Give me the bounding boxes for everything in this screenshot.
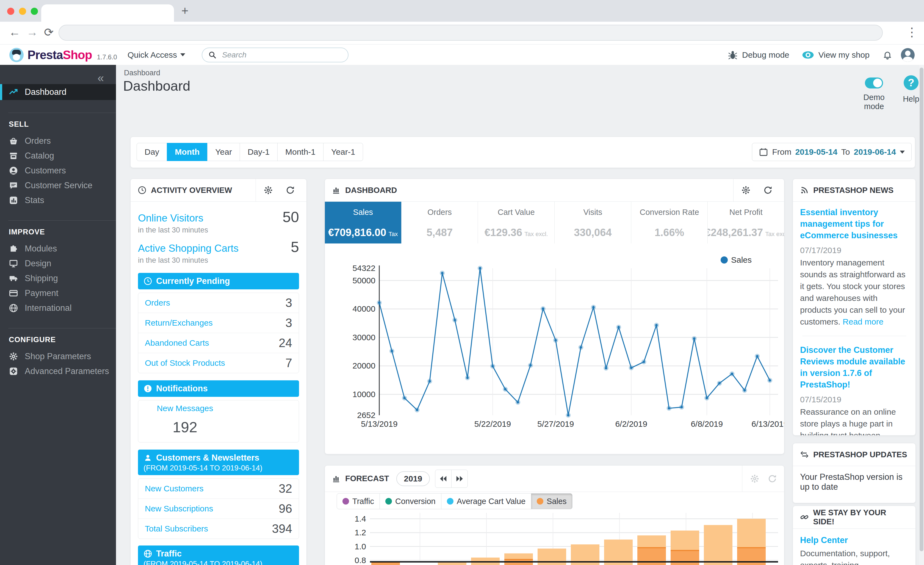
sidebar-item-customers[interactable]: Customers: [0, 163, 116, 178]
view-my-shop-link[interactable]: View my shop: [819, 50, 870, 60]
browser-tab[interactable]: [41, 4, 174, 22]
forecast-legend-conversion[interactable]: Conversion: [380, 493, 441, 509]
sidebar-item-stats[interactable]: Stats: [0, 193, 116, 208]
fast-forward-icon: [455, 475, 464, 483]
person-icon: [144, 453, 152, 462]
row-value: 96: [279, 502, 292, 516]
return-exchanges-link[interactable]: Return/Exchanges: [145, 318, 213, 328]
sidebar-item-customer-service[interactable]: Customer Service: [0, 178, 116, 193]
refresh-icon[interactable]: [285, 186, 295, 195]
sidebar-item-modules[interactable]: Modules: [0, 241, 116, 256]
active-carts-link[interactable]: Active Shopping Carts: [138, 243, 238, 254]
refresh-icon[interactable]: [768, 474, 777, 483]
forecast-legend-traffic[interactable]: Traffic: [337, 493, 380, 509]
forecast-legend-average-cart-value[interactable]: Average Cart Value: [441, 493, 531, 509]
sidebar-item-shop-parameters[interactable]: Shop Parameters: [0, 349, 116, 364]
chart-legend[interactable]: Sales: [721, 255, 752, 265]
brand-wordmark: PrestaShop: [27, 48, 92, 62]
minimize-window-button[interactable]: [19, 8, 26, 15]
range-button-month[interactable]: Month: [167, 143, 207, 161]
row-value: 24: [279, 336, 292, 350]
news-article-title[interactable]: Discover the Customer Reviews module ava…: [800, 344, 908, 391]
abandoned-carts-link[interactable]: Abandoned Carts: [145, 338, 209, 348]
metric-tab-sales[interactable]: Sales€709,816.00Tax: [325, 202, 402, 243]
forecast-year-pill[interactable]: 2019: [396, 471, 430, 486]
row-value: 3: [285, 316, 292, 330]
metric-tab-net-profit[interactable]: Net Profit€248,261.37Tax excl: [708, 202, 784, 243]
help-center-link[interactable]: Help Center: [793, 529, 915, 545]
online-visitors-link[interactable]: Online Visitors: [138, 213, 203, 224]
total-subscribers-link[interactable]: Total Subscribers: [145, 524, 208, 534]
svg-text:1.4: 1.4: [354, 514, 366, 523]
sidebar-item-payment[interactable]: Payment: [0, 286, 116, 301]
new-tab-button[interactable]: +: [182, 4, 189, 18]
metric-tab-conversion-rate[interactable]: Conversion Rate1.66%: [631, 202, 708, 243]
range-button-day-1[interactable]: Day-1: [240, 143, 278, 161]
back-icon[interactable]: ←: [9, 25, 20, 39]
out-of-stock-products-link[interactable]: Out of Stock Products: [145, 358, 225, 368]
metric-tab-cart-value[interactable]: Cart Value€129.36Tax excl.: [478, 202, 555, 243]
sidebar-item-catalog[interactable]: Catalog: [0, 148, 116, 163]
sidebar-item-international[interactable]: International: [0, 301, 116, 315]
date-range-picker[interactable]: From 2019-05-14 To 2019-06-14: [752, 143, 912, 161]
metric-tab-visits[interactable]: Visits330,064: [555, 202, 631, 243]
new-customers-link[interactable]: New Customers: [145, 484, 203, 493]
metric-value: €709,816.00Tax: [328, 227, 398, 238]
address-bar[interactable]: [58, 25, 883, 40]
close-window-button[interactable]: [7, 8, 14, 15]
svg-text:50000: 50000: [352, 276, 375, 285]
customers-newsletters-header: Customers & Newsletters (FROM 2019-05-14…: [138, 450, 299, 475]
quick-access-dropdown[interactable]: Quick Access: [128, 50, 185, 60]
browser-menu-icon[interactable]: ⋮: [906, 25, 918, 39]
search-input[interactable]: [222, 50, 327, 60]
traffic-header: Traffic (FROM 2019-05-14 TO 2019-06-14): [138, 546, 299, 565]
scrollbar-thumb[interactable]: [920, 67, 924, 551]
row-value: 32: [279, 482, 292, 496]
gear-icon[interactable]: [741, 186, 751, 195]
metric-label: Orders: [428, 208, 452, 217]
sidebar-item-design[interactable]: Design: [0, 256, 116, 271]
row-value: 3: [285, 296, 292, 310]
breadcrumb[interactable]: Dashboard: [124, 69, 160, 77]
new-subscriptions-link[interactable]: New Subscriptions: [145, 504, 213, 513]
previous-year-button[interactable]: [435, 470, 452, 488]
range-button-year[interactable]: Year: [207, 143, 240, 161]
sidebar-item-dashboard[interactable]: Dashboard: [0, 84, 116, 100]
svg-text:6/13/2019: 6/13/2019: [752, 420, 784, 429]
bug-icon[interactable]: [728, 50, 738, 60]
monitor-icon: [9, 259, 18, 268]
range-button-year-1[interactable]: Year-1: [323, 143, 363, 161]
user-avatar[interactable]: [901, 48, 915, 62]
demo-mode-toggle[interactable]: [865, 78, 883, 88]
gear-icon[interactable]: [750, 474, 759, 483]
refresh-icon[interactable]: [763, 186, 772, 195]
orders-link[interactable]: Orders: [145, 298, 170, 307]
forward-icon[interactable]: →: [26, 25, 38, 39]
legend-label: Sales: [731, 255, 752, 265]
metric-tab-orders[interactable]: Orders5,487: [402, 202, 478, 243]
maximize-window-button[interactable]: [31, 8, 38, 15]
forecast-legend-sales[interactable]: Sales: [531, 493, 573, 509]
search-box[interactable]: [202, 48, 348, 62]
help-button[interactable]: ?: [904, 75, 918, 90]
gear-icon[interactable]: [264, 186, 273, 195]
sidebar-item-shipping[interactable]: Shipping: [0, 271, 116, 286]
table-row: Orders3: [138, 293, 299, 313]
page-scrollbar[interactable]: [919, 65, 924, 565]
legend-label: Conversion: [395, 497, 436, 506]
sidebar-collapse-icon[interactable]: «: [98, 72, 104, 85]
sidebar-item-orders[interactable]: Orders: [0, 133, 116, 148]
sidebar-item-label: Shipping: [25, 273, 58, 283]
table-row: Abandoned Carts24: [138, 333, 299, 353]
new-messages-link[interactable]: New Messages: [138, 404, 232, 413]
currently-pending-header: Currently Pending: [138, 273, 299, 289]
bell-icon[interactable]: [882, 50, 892, 60]
sidebar-item-advanced-parameters[interactable]: Advanced Parameters: [0, 364, 116, 379]
debug-mode-label[interactable]: Debug mode: [742, 50, 789, 60]
range-button-day[interactable]: Day: [136, 143, 167, 161]
news-article-title[interactable]: Essential inventory management tips for …: [800, 207, 908, 241]
next-year-button[interactable]: [451, 470, 468, 488]
reload-icon[interactable]: ⟳: [44, 25, 54, 39]
range-button-month-1[interactable]: Month-1: [277, 143, 324, 161]
read-more-link[interactable]: Read more: [843, 317, 884, 326]
